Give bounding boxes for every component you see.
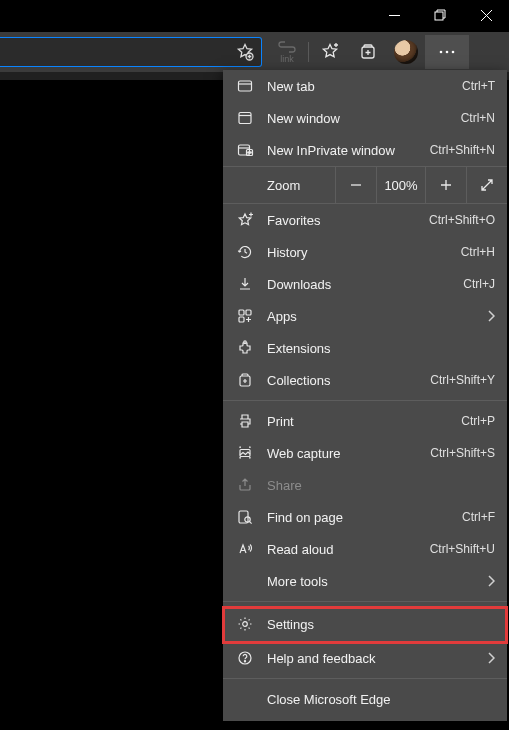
toolbar: link (0, 32, 509, 72)
menu-zoom: Zoom 100% (223, 166, 507, 204)
plus-icon (440, 179, 452, 191)
menu-divider (223, 678, 507, 679)
extensions-icon (235, 340, 255, 356)
menu-label: History (267, 245, 461, 260)
link-button[interactable]: link (268, 35, 306, 69)
new-window-icon (235, 110, 255, 126)
find-icon (235, 509, 255, 525)
menu-label: More tools (267, 574, 487, 589)
menu-close-edge[interactable]: Close Microsoft Edge (223, 683, 507, 715)
menu-new-inprivate[interactable]: New InPrivate window Ctrl+Shift+N (223, 134, 507, 166)
menu-settings[interactable]: Settings (223, 606, 507, 642)
menu-apps[interactable]: Apps (223, 300, 507, 332)
svg-point-4 (446, 51, 449, 54)
download-icon (235, 276, 255, 292)
menu-read-aloud[interactable]: Read aloud Ctrl+Shift+U (223, 533, 507, 565)
menu-shortcut: Ctrl+F (462, 510, 495, 524)
more-icon (439, 50, 455, 54)
svg-rect-6 (239, 81, 252, 91)
svg-rect-14 (239, 317, 244, 322)
menu-more-tools[interactable]: More tools (223, 565, 507, 597)
favorites-button[interactable] (311, 35, 349, 69)
menu-label: Print (267, 414, 461, 429)
menu-shortcut: Ctrl+N (461, 111, 495, 125)
add-favorite-icon[interactable] (235, 42, 255, 62)
svg-point-10 (247, 152, 248, 153)
zoom-label: Zoom (223, 167, 335, 203)
fullscreen-icon (480, 178, 494, 192)
close-button[interactable] (463, 0, 509, 30)
menu-shortcut: Ctrl+Shift+N (430, 143, 495, 157)
svg-rect-13 (246, 310, 251, 315)
svg-point-3 (440, 51, 443, 54)
menu-shortcut: Ctrl+P (461, 414, 495, 428)
menu-label: New InPrivate window (267, 143, 430, 158)
chevron-right-icon (487, 575, 495, 587)
collections-button[interactable] (349, 35, 387, 69)
zoom-value[interactable]: 100% (376, 167, 425, 203)
menu-extensions[interactable]: Extensions (223, 332, 507, 364)
star-plus-icon (320, 42, 340, 62)
menu-shortcut: Ctrl+H (461, 245, 495, 259)
star-plus-icon (235, 212, 255, 229)
avatar-icon (394, 40, 418, 64)
menu-label: Read aloud (267, 542, 430, 557)
maximize-icon (434, 9, 446, 21)
menu-favorites[interactable]: Favorites Ctrl+Shift+O (223, 204, 507, 236)
menu-shortcut: Ctrl+Shift+S (430, 446, 495, 460)
menu-label: Collections (267, 373, 430, 388)
print-icon (235, 413, 255, 429)
minimize-button[interactable] (371, 0, 417, 30)
apps-icon (235, 308, 255, 324)
close-icon (481, 10, 492, 21)
menu-help[interactable]: Help and feedback (223, 642, 507, 674)
menu-find[interactable]: Find on page Ctrl+F (223, 501, 507, 533)
address-bar[interactable] (0, 37, 262, 67)
menu-downloads[interactable]: Downloads Ctrl+J (223, 268, 507, 300)
menu-share: Share (223, 469, 507, 501)
menu-shortcut: Ctrl+Shift+Y (430, 373, 495, 387)
web-capture-icon (235, 445, 255, 461)
menu-history[interactable]: History Ctrl+H (223, 236, 507, 268)
menu-label: Help and feedback (267, 651, 487, 666)
svg-rect-0 (435, 12, 443, 20)
menu-label: Share (267, 478, 495, 493)
read-aloud-icon (235, 541, 255, 557)
menu-shortcut: Ctrl+J (463, 277, 495, 291)
svg-point-20 (243, 622, 248, 627)
menu-label: Settings (267, 617, 495, 632)
menu-print[interactable]: Print Ctrl+P (223, 405, 507, 437)
menu-shortcut: Ctrl+Shift+O (429, 213, 495, 227)
menu-label: Favorites (267, 213, 429, 228)
help-icon (235, 650, 255, 666)
fullscreen-button[interactable] (466, 167, 507, 203)
menu-label: Close Microsoft Edge (267, 692, 495, 707)
menu-label: Downloads (267, 277, 463, 292)
menu-label: Find on page (267, 510, 462, 525)
new-tab-icon (235, 78, 255, 94)
menu-label: Extensions (267, 341, 495, 356)
menu-divider (223, 400, 507, 401)
zoom-out-button[interactable] (335, 167, 376, 203)
collections-icon (359, 43, 377, 61)
svg-point-15 (244, 341, 247, 344)
menu-new-window[interactable]: New window Ctrl+N (223, 102, 507, 134)
profile-button[interactable] (387, 35, 425, 69)
maximize-button[interactable] (417, 0, 463, 30)
menu-label: New window (267, 111, 461, 126)
link-icon (278, 41, 296, 53)
svg-rect-7 (239, 113, 251, 124)
share-icon (235, 477, 255, 493)
zoom-in-button[interactable] (425, 167, 466, 203)
svg-point-11 (250, 152, 251, 153)
menu-collections[interactable]: Collections Ctrl+Shift+Y (223, 364, 507, 396)
menu-new-tab[interactable]: New tab Ctrl+T (223, 70, 507, 102)
chevron-right-icon (487, 310, 495, 322)
more-button[interactable] (425, 35, 469, 69)
gear-icon (235, 616, 255, 632)
collections-icon (235, 372, 255, 388)
svg-point-22 (244, 661, 245, 662)
menu-label: Web capture (267, 446, 430, 461)
menu-web-capture[interactable]: Web capture Ctrl+Shift+S (223, 437, 507, 469)
chevron-right-icon (487, 652, 495, 664)
